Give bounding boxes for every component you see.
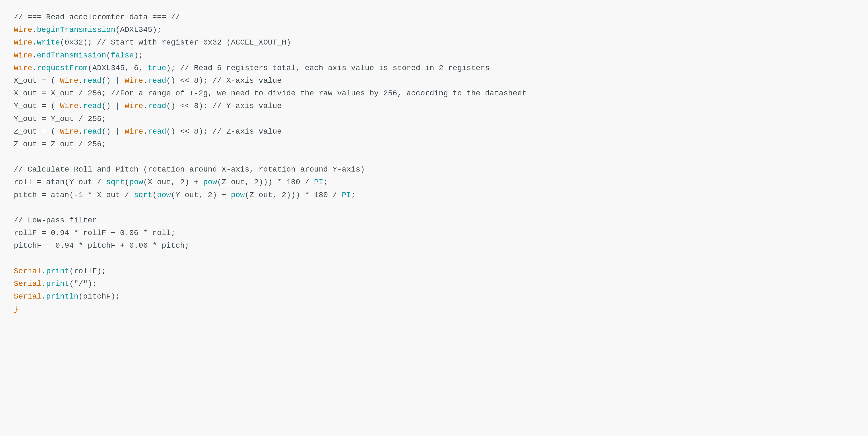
line17: pitchF = 0.94 * pitchF + 0.06 * pitch; — [14, 240, 854, 252]
line7: X_out = X_out / 256; //For a range of +-… — [14, 87, 854, 100]
blank2 — [14, 201, 854, 214]
blank3 — [14, 252, 854, 265]
line5: Wire.requestFrom(ADXL345, 6, true); // R… — [14, 62, 854, 74]
line19: Serial.print("/"); — [14, 278, 854, 290]
line11: Z_out = Z_out / 256; — [14, 138, 854, 151]
code-block: // === Read acceleromter data === //Wire… — [14, 11, 854, 316]
line15: // Low-pass filter — [14, 214, 854, 227]
line9: Y_out = Y_out / 256; — [14, 113, 854, 125]
line3: Wire.write(0x32); // Start with register… — [14, 36, 854, 49]
line13: roll = atan(Y_out / sqrt(pow(X_out, 2) +… — [14, 176, 854, 189]
line14: pitch = atan(-1 * X_out / sqrt(pow(Y_out… — [14, 189, 854, 201]
line2: Wire.beginTransmission(ADXL345); — [14, 24, 854, 36]
line12: // Calculate Roll and Pitch (rotation ar… — [14, 163, 854, 176]
line16: rollF = 0.94 * rollF + 0.06 * roll; — [14, 227, 854, 240]
line21: } — [14, 303, 854, 316]
line4: Wire.endTransmission(false); — [14, 49, 854, 62]
line6: X_out = ( Wire.read() | Wire.read() << 8… — [14, 74, 854, 87]
line8: Y_out = ( Wire.read() | Wire.read() << 8… — [14, 100, 854, 113]
line18: Serial.print(rollF); — [14, 265, 854, 278]
blank1 — [14, 151, 854, 163]
line10: Z_out = ( Wire.read() | Wire.read() << 8… — [14, 125, 854, 138]
line1: // === Read acceleromter data === // — [14, 11, 854, 24]
line20: Serial.println(pitchF); — [14, 290, 854, 303]
